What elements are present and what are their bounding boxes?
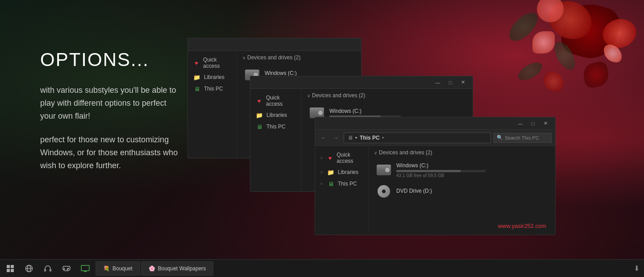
svg-rect-8 <box>50 269 51 271</box>
minimize-btn-3[interactable]: — <box>514 119 527 128</box>
sidebar-item-thispc-3[interactable]: » 🖥 This PC <box>315 178 368 190</box>
drive-item-c-3[interactable]: Windows (C:) 43.1 GB free of 59.5 GB <box>374 159 550 181</box>
paragraph-2: perfect for those new to customizing Win… <box>40 133 183 172</box>
pc-icon-addr: 🖥 <box>348 135 353 141</box>
svg-rect-7 <box>45 269 46 271</box>
drive-icon-c-3 <box>376 162 392 178</box>
headphone-icon[interactable] <box>41 262 54 275</box>
drive-name-c-1: Windows (C:) <box>265 70 354 76</box>
drive-bar-container-3 <box>396 170 486 172</box>
task-bouquet-icon: 💐 <box>103 265 110 272</box>
taskbar-tasks: 💐 Bouquet 🌸 Bouquet Wallpapers <box>96 261 629 276</box>
search-icon-3: 🔍 <box>497 135 503 141</box>
thispc-label-2: This PC <box>266 124 286 130</box>
svg-rect-2 <box>7 269 10 272</box>
task-wallpapers-label: Bouquet Wallpapers <box>158 265 206 272</box>
sidebar-item-quickaccess-2[interactable]: ♥ Quick access <box>250 92 301 109</box>
titlebar-buttons-3: — □ ✕ <box>514 119 552 128</box>
svg-rect-13 <box>81 265 89 271</box>
drive-bar-fill-3 <box>396 170 461 172</box>
arrow-pc-3: » <box>320 182 323 186</box>
thispc-label-3: This PC <box>338 181 357 187</box>
pc-icon-3: 🖥 <box>327 180 334 187</box>
download-icon[interactable]: ⬇ <box>634 264 640 273</box>
close-btn-3[interactable]: ✕ <box>539 119 552 128</box>
titlebar-buttons-2: — □ ✕ <box>432 78 469 87</box>
website-link: www.yasir252.com <box>493 221 552 231</box>
section-header-1: Devices and drives (2) <box>242 54 356 61</box>
svg-point-11 <box>68 268 69 269</box>
libraries-label-3: Libraries <box>338 169 358 175</box>
globe-icon[interactable] <box>22 262 36 275</box>
lib-icon-1: 📁 <box>193 74 200 81</box>
libraries-label-2: Libraries <box>266 112 287 118</box>
drive-item-d-3[interactable]: DVD Drive (D:) <box>374 181 550 202</box>
quickaccess-label-2: Quick access <box>266 95 296 107</box>
explorer-window-3: — □ ✕ ← → 🖥 ‣ This PC ‣ 🔍 Search This PC… <box>315 117 556 235</box>
sidebar-item-libraries-2[interactable]: 📁 Libraries <box>250 109 301 121</box>
taskbar-left <box>0 262 96 275</box>
address-breadcrumb-3[interactable]: 🖥 ‣ This PC ‣ <box>344 132 491 143</box>
titlebar-1 <box>188 38 361 51</box>
main-content-3: Devices and drives (2) Windows (C:) 43.1… <box>369 146 555 235</box>
taskbar-right: ⬇ <box>629 264 644 273</box>
section-header-2: Devices and drives (2) <box>307 92 467 99</box>
forward-btn-3[interactable]: → <box>331 133 341 143</box>
thispc-label-1: This PC <box>204 86 223 92</box>
sidebar-item-libraries-3[interactable]: » 📁 Libraries <box>315 166 368 178</box>
sidebar-item-thispc-1[interactable]: 🖥 This PC <box>188 83 237 95</box>
search-box-3[interactable]: 🔍 Search This PC <box>494 133 552 143</box>
arrow-qa-3: » <box>320 156 323 160</box>
drive-info-d-3: DVD Drive (D:) <box>396 188 548 195</box>
svg-point-12 <box>67 269 68 270</box>
explorer-body-3: » ♥ Quick access » 📁 Libraries » 🖥 This … <box>315 146 555 235</box>
controller-icon[interactable] <box>60 262 73 275</box>
address-bar-3: ← → 🖥 ‣ This PC ‣ 🔍 Search This PC <box>315 130 555 146</box>
dvd-shape-3 <box>378 185 390 198</box>
task-bouquet-wallpapers[interactable]: 🌸 Bouquet Wallpapers <box>141 261 214 276</box>
sidebar-item-thispc-2[interactable]: 🖥 This PC <box>250 121 301 132</box>
drive-name-c-2: Windows (C:) <box>329 108 465 114</box>
close-btn-2[interactable]: ✕ <box>457 78 469 87</box>
titlebar-3: — □ ✕ <box>315 117 555 130</box>
titlebar-2: — □ ✕ <box>250 76 473 89</box>
address-thispc: This PC <box>360 135 380 141</box>
lib-icon-3: 📁 <box>327 169 334 176</box>
drive-size-c-3: 43.1 GB free of 59.5 GB <box>396 173 548 178</box>
monitor-icon[interactable] <box>79 262 92 275</box>
paragraph-1: with various substyles you'll be able to… <box>40 84 183 122</box>
hdd-shape-3 <box>377 165 391 175</box>
drive-icon-d-3 <box>376 183 392 199</box>
quickaccess-label-3: Quick access <box>337 152 363 164</box>
sidebar-3: » ♥ Quick access » 📁 Libraries » 🖥 This … <box>315 146 369 235</box>
libraries-label-1: Libraries <box>204 74 224 80</box>
lib-icon-2: 📁 <box>256 112 263 119</box>
back-btn-3[interactable]: ← <box>319 133 328 143</box>
pc-icon-1: 🖥 <box>193 85 200 92</box>
sidebar-item-libraries-1[interactable]: 📁 Libraries <box>188 71 237 83</box>
sidebar-item-quickaccess-1[interactable]: ♥ Quick access <box>188 54 237 71</box>
heart-icon-1: ♥ <box>193 59 199 66</box>
arrow-lib-3: » <box>320 170 323 174</box>
maximize-btn-2[interactable]: □ <box>444 78 457 87</box>
task-bouquet[interactable]: 💐 Bouquet <box>96 261 140 276</box>
address-dash: ‣ <box>382 135 385 141</box>
minimize-btn-2[interactable]: — <box>432 78 444 87</box>
drive-info-c-3: Windows (C:) 43.1 GB free of 59.5 GB <box>396 162 548 178</box>
heart-icon-2: ♥ <box>256 97 262 104</box>
quickaccess-label-1: Quick access <box>203 57 231 69</box>
sidebar-1: ♥ Quick access 📁 Libraries 🖥 This PC <box>188 51 237 158</box>
heart-icon-3: ♥ <box>327 154 333 161</box>
section-header-3: Devices and drives (2) <box>374 149 550 156</box>
pc-icon-2: 🖥 <box>256 123 263 130</box>
drive-name-c-3: Windows (C:) <box>396 162 548 169</box>
search-placeholder-3: Search This PC <box>505 135 539 141</box>
left-text-panel: OPTIONS... with various substyles you'll… <box>40 49 183 183</box>
grid-icon[interactable] <box>4 262 17 275</box>
svg-rect-1 <box>11 265 14 268</box>
maximize-btn-3[interactable]: □ <box>527 119 539 128</box>
taskbar: 💐 Bouquet 🌸 Bouquet Wallpapers ⬇ <box>0 259 644 277</box>
task-bouquet-label: Bouquet <box>112 265 133 272</box>
sidebar-2: ♥ Quick access 📁 Libraries 🖥 This PC <box>250 89 302 191</box>
sidebar-item-quickaccess-3[interactable]: » ♥ Quick access <box>315 149 368 166</box>
